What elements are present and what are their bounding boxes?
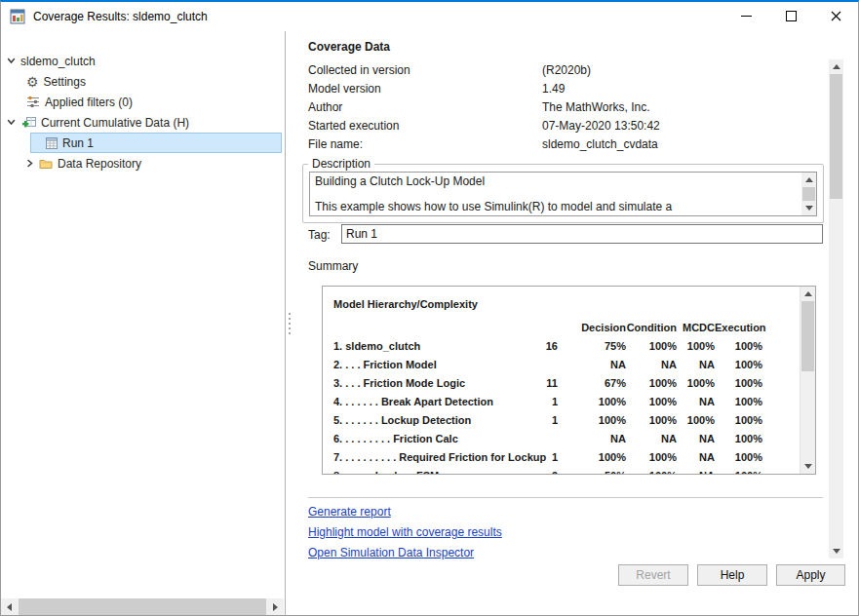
table-row: 7. . . . . . . . . . Required Friction f…: [323, 447, 800, 466]
apply-button[interactable]: Apply: [776, 564, 845, 586]
row-execution: 100%: [715, 396, 762, 407]
close-icon: [831, 11, 841, 21]
table-row: 8. . . . . . Lockup FSM 9 50% 100% NA 10…: [323, 466, 800, 474]
scroll-right-arrow[interactable]: [267, 598, 284, 615]
tree-item-data-repository[interactable]: Data Repository: [1, 153, 285, 173]
tree-item-sldemo-clutch[interactable]: sldemo_clutch: [1, 51, 285, 71]
minimize-button[interactable]: [723, 1, 768, 30]
description-line: This example shows how to use Simulink(R…: [315, 200, 672, 213]
row-execution: 100%: [715, 377, 762, 389]
triangle-right-icon: [273, 603, 278, 611]
close-button[interactable]: [813, 1, 858, 30]
tree-horizontal-scrollbar[interactable]: [1, 598, 284, 615]
coverage-data-panel: Coverage Data Collected in version (R202…: [293, 31, 858, 615]
scroll-left-arrow[interactable]: [1, 598, 18, 615]
scrollbar-thumb[interactable]: [19, 598, 266, 615]
row-label: 3. . . . Friction Mode Logic: [333, 377, 504, 389]
row-mcdc: 100%: [677, 340, 715, 352]
scroll-up-arrow[interactable]: [829, 59, 843, 74]
scroll-up-arrow[interactable]: [801, 173, 816, 187]
triangle-up-icon: [805, 177, 813, 182]
description-legend: Description: [308, 157, 374, 171]
scroll-up-arrow[interactable]: [800, 287, 815, 301]
splitter-dot: [289, 332, 291, 334]
row-complexity: 1: [504, 414, 558, 426]
row-execution: 100%: [715, 433, 762, 444]
splitter-dot: [289, 313, 291, 315]
description-scrollbar[interactable]: [801, 173, 816, 215]
row-label: 1. sldemo_clutch: [333, 340, 504, 352]
row-execution: 100%: [715, 359, 762, 370]
table-row: 3. . . . Friction Mode Logic 11 67% 100%…: [323, 373, 800, 392]
row-condition: 100%: [626, 340, 677, 352]
scroll-down-arrow[interactable]: [800, 459, 815, 474]
tree-item-label: Current Cumulative Data (H): [41, 116, 189, 130]
row-execution: 100%: [715, 470, 762, 475]
row-decision: 75%: [558, 340, 626, 352]
scrollbar-thumb[interactable]: [830, 74, 842, 199]
field-value: The MathWorks, Inc.: [542, 100, 649, 114]
scroll-down-arrow[interactable]: [801, 201, 816, 215]
row-complexity: 1: [504, 396, 558, 407]
maximize-icon: [786, 11, 797, 21]
row-complexity: 1: [504, 451, 558, 463]
splitter-dot: [289, 318, 291, 320]
highlight-model-link[interactable]: Highlight model with coverage results: [308, 525, 502, 539]
field-label: Started execution: [308, 119, 399, 133]
description-textbox[interactable]: Building a Clutch Lock-Up Model This exa…: [309, 172, 817, 216]
row-mcdc: NA: [677, 359, 715, 370]
run-icon: [46, 137, 58, 149]
tree-item-current-cumulative-data[interactable]: Current Cumulative Data (H): [1, 112, 285, 133]
maximize-button[interactable]: [768, 1, 813, 30]
chevron-down-icon[interactable]: [6, 56, 17, 66]
generate-report-link[interactable]: Generate report: [308, 505, 391, 519]
panel-vertical-scrollbar[interactable]: [829, 59, 843, 558]
row-condition: 100%: [626, 451, 677, 463]
row-label: 6. . . . . . . . . Friction Calc: [333, 433, 504, 444]
splitter-dot: [289, 323, 291, 325]
info-row-file-name: File name: sldemo_clutch_cvdata: [308, 137, 815, 152]
tag-input[interactable]: [341, 224, 823, 244]
scrollbar-thumb[interactable]: [802, 187, 815, 201]
tree-item-settings[interactable]: ⚙ Settings: [1, 71, 285, 92]
folder-icon: [39, 158, 53, 170]
panel-splitter[interactable]: [286, 31, 293, 615]
col-header-execution: Execution: [715, 322, 762, 333]
col-header-decision: Decision: [558, 322, 626, 333]
row-condition: 100%: [626, 377, 677, 389]
row-condition: 100%: [626, 414, 677, 426]
info-row-collected-version: Collected in version (R2020b): [308, 63, 815, 78]
chevron-down-icon[interactable]: [6, 117, 17, 128]
scrollbar-track[interactable]: [18, 598, 267, 615]
triangle-up-icon: [833, 64, 840, 69]
open-sdi-link[interactable]: Open Simulation Data Inspector: [308, 546, 474, 559]
summary-label: Summary: [308, 259, 358, 273]
field-label: File name:: [308, 137, 363, 151]
triangle-up-icon: [804, 291, 812, 296]
chevron-right-icon[interactable]: [24, 158, 35, 169]
row-complexity: 16: [504, 340, 558, 352]
table-row: 5. . . . . . . Lockup Detection 1 100% 1…: [323, 410, 800, 429]
row-label: 2. . . . Friction Model: [333, 359, 504, 370]
summary-header-row: Decision Condition MCDC Execution: [323, 318, 800, 336]
tree-item-label: Run 1: [62, 136, 94, 150]
field-label: Model version: [308, 82, 381, 96]
scroll-down-arrow[interactable]: [829, 544, 843, 558]
row-decision: 100%: [558, 451, 626, 463]
row-label: 5. . . . . . . Lockup Detection: [333, 414, 504, 426]
row-complexity: 9: [504, 470, 558, 475]
gear-icon: ⚙: [26, 75, 39, 89]
scrollbar-thumb[interactable]: [801, 301, 814, 371]
cumulative-data-icon: [22, 116, 37, 129]
window-controls: [723, 1, 858, 30]
help-button[interactable]: Help: [697, 564, 767, 586]
row-condition: 100%: [626, 396, 677, 407]
row-execution: 100%: [715, 414, 762, 426]
minimize-icon: [741, 16, 752, 17]
field-value: 1.49: [542, 82, 565, 96]
revert-button[interactable]: Revert: [618, 564, 688, 586]
tree-item-applied-filters[interactable]: Applied filters (0): [1, 92, 285, 112]
tree-item-run-1[interactable]: Run 1: [1, 133, 285, 153]
summary-table-title: Model Hierarchy/Complexity: [323, 287, 800, 311]
summary-scrollbar[interactable]: [800, 287, 815, 474]
